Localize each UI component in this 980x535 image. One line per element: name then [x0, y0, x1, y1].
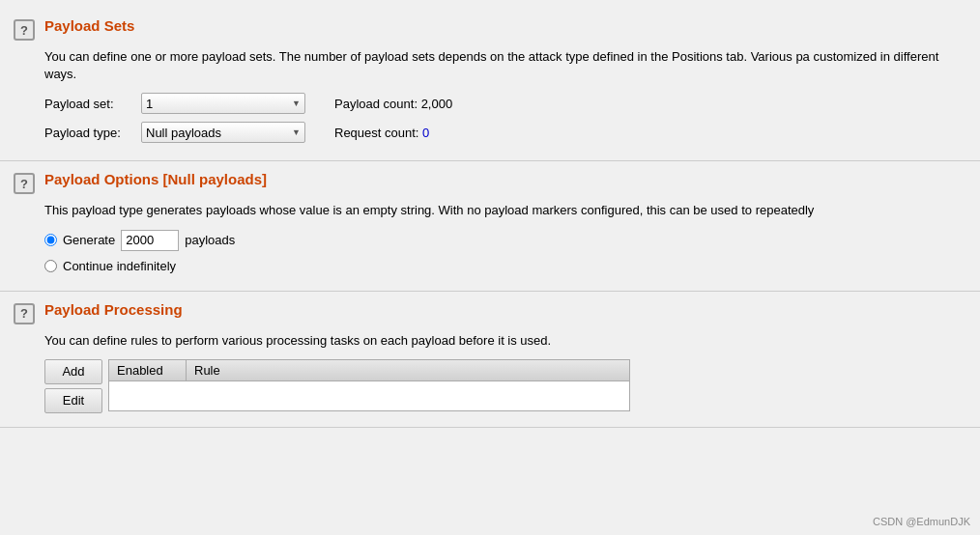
watermark: CSDN @EdmunDJK [873, 516, 970, 527]
payload-sets-title: Payload Sets [44, 17, 134, 34]
continue-radio-row: Continue indefinitely [44, 259, 966, 273]
processing-buttons: Add Edit [44, 359, 102, 417]
request-count-text: Request count: 0 [334, 126, 429, 140]
rule-header: Rule [187, 360, 629, 380]
payload-set-label: Payload set: [44, 97, 141, 111]
payload-sets-help-icon[interactable]: ? [14, 19, 35, 41]
payload-processing-section: ? Payload Processing You can define rule… [0, 292, 980, 428]
payload-set-row: Payload set: 1 2 3 Payload count: 2,000 [44, 93, 966, 114]
payload-options-title: Payload Options [Null payloads] [44, 171, 267, 187]
payload-options-body: This payload type generates payloads who… [14, 202, 966, 272]
add-button[interactable]: Add [44, 359, 102, 384]
payload-set-select-wrapper: 1 2 3 [141, 93, 305, 114]
payload-sets-section: ? Payload Sets You can define one or mor… [0, 8, 980, 161]
payload-count-value: 2,000 [421, 97, 453, 111]
continue-radio[interactable] [44, 260, 57, 272]
payload-processing-header: ? Payload Processing [14, 301, 966, 324]
payload-processing-title: Payload Processing [44, 301, 183, 318]
payload-options-help-icon[interactable]: ? [14, 173, 35, 194]
payload-count-text: Payload count: 2,000 [334, 97, 452, 111]
payload-type-row: Payload type: Null payloads Simple list … [44, 122, 966, 143]
payload-options-header: ? Payload Options [Null payloads] [14, 171, 966, 194]
request-count-value: 0 [422, 126, 429, 140]
payload-processing-desc: You can define rules to perform various … [44, 332, 966, 350]
main-container: ? Payload Sets You can define one or mor… [0, 0, 980, 436]
generate-radio-row: Generate payloads [44, 230, 966, 251]
continue-label: Continue indefinitely [63, 259, 176, 273]
payload-type-select-wrapper: Null payloads Simple list Runtime file C… [141, 122, 305, 143]
payload-options-desc: This payload type generates payloads who… [44, 202, 966, 219]
generate-count-input[interactable] [121, 230, 179, 251]
processing-table: Enabled Rule [108, 359, 630, 411]
payload-type-select[interactable]: Null payloads Simple list Runtime file C… [141, 122, 305, 143]
table-header-row: Enabled Rule [109, 360, 629, 381]
edit-button[interactable]: Edit [44, 388, 102, 413]
payload-set-select[interactable]: 1 2 3 [141, 93, 305, 114]
processing-table-container: Add Edit Enabled Rule [44, 359, 966, 417]
payloads-label: payloads [185, 233, 235, 247]
enabled-header: Enabled [109, 360, 187, 380]
payload-sets-header: ? Payload Sets [14, 17, 966, 41]
payload-processing-help-icon[interactable]: ? [14, 303, 35, 324]
generate-radio[interactable] [44, 234, 57, 246]
payload-processing-body: You can define rules to perform various … [14, 332, 966, 417]
request-count-label: Request count: [334, 126, 418, 140]
payload-sets-desc: You can define one or more payload sets.… [44, 48, 966, 83]
payload-sets-body: You can define one or more payload sets.… [14, 48, 966, 143]
payload-options-section: ? Payload Options [Null payloads] This p… [0, 161, 980, 291]
payload-type-label: Payload type: [44, 126, 141, 140]
generate-label: Generate [63, 233, 115, 247]
table-body [109, 381, 629, 410]
payload-count-label: Payload count: [334, 97, 418, 111]
